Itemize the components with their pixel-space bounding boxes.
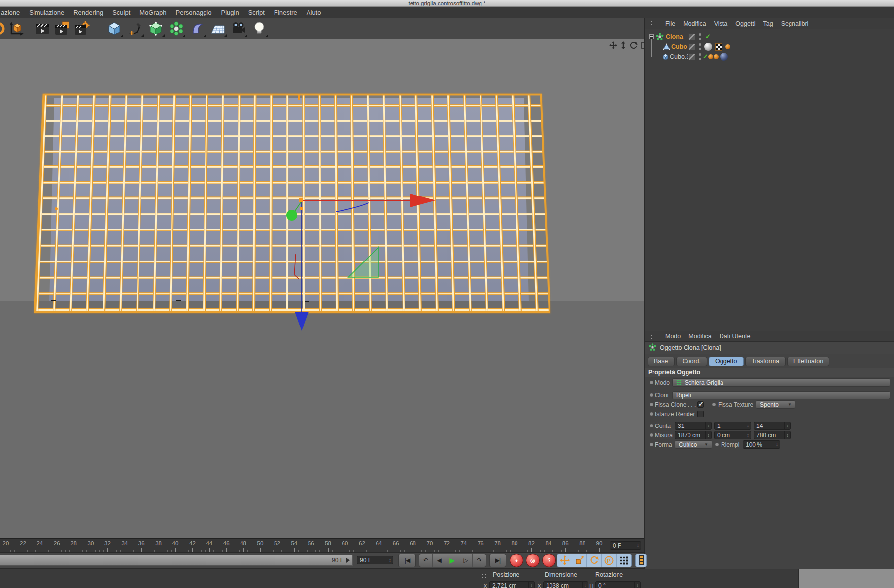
object-name[interactable]: Clona [666,33,683,40]
autokey-button[interactable]: ◎ [526,554,540,567]
om-menu-vista[interactable]: Vista [714,20,728,27]
parametric-points-icon[interactable]: P [602,554,617,567]
fissa-texture-dropdown[interactable]: Spento▼ [756,400,795,409]
anim-dot-icon[interactable] [650,381,653,384]
tab-coord[interactable]: Coord. [676,357,708,366]
undo-partial-icon[interactable] [0,19,5,38]
cube-primitive-icon[interactable] [104,19,124,38]
menu-azione[interactable]: azione [1,9,20,16]
visibility-dots-icon[interactable] [698,33,701,40]
anim-dot-icon[interactable] [650,433,653,437]
forma-dropdown[interactable]: Cubico▼ [675,440,712,449]
om-menu-segnalibri[interactable]: Segnalibri [781,20,809,27]
phong-tag-icon[interactable] [725,44,730,49]
snap-settings-icon[interactable] [617,554,631,567]
panel-grip-icon[interactable] [482,572,488,578]
layer-toggle-icon[interactable] [688,33,695,40]
position-x-field[interactable]: 2.721 cm↕ [489,581,535,588]
tab-trasforma[interactable]: Trasforma [745,357,786,366]
play-button[interactable]: ▶ [446,554,459,567]
editable-cube-icon[interactable] [146,19,166,38]
camera-object-icon[interactable] [229,19,248,38]
om-menu-file[interactable]: File [665,20,675,27]
menu-plugin[interactable]: Plugin [221,9,239,16]
conta-y-field[interactable]: 1↕ [714,422,751,430]
am-menu-modo[interactable]: Modo [665,333,681,340]
misura-y-field[interactable]: 0 cm↕ [714,431,751,439]
anim-dot-icon[interactable] [715,443,719,446]
tab-base[interactable]: Base [648,357,675,366]
texture-tag-icon[interactable] [715,43,722,52]
move-tool-icon[interactable] [557,554,572,567]
anim-dot-icon[interactable] [650,443,653,446]
object-row-clona[interactable]: Clona ✓ [645,32,894,42]
visibility-dots-icon[interactable] [698,53,701,60]
object-row-cubo3[interactable]: Cubo.3 ✓ [645,52,894,62]
menu-finestre[interactable]: Finestre [274,9,297,16]
menu-script[interactable]: Script [248,9,265,16]
render-region-icon[interactable] [52,19,72,38]
am-menu-dati-utente[interactable]: Dati Utente [720,333,751,340]
material-tag-icon[interactable] [704,43,712,51]
menu-simulazione[interactable]: Simulazione [29,9,64,16]
anim-dot-icon[interactable] [712,403,716,406]
viewport-canvas[interactable] [0,39,644,538]
anim-dot-icon[interactable] [650,403,653,406]
visibility-dots-icon[interactable] [698,43,701,50]
deformer-icon[interactable] [187,19,207,38]
object-row-cubo[interactable]: Cubo [645,42,894,52]
keying-help-button[interactable]: ? [542,554,556,567]
dimension-x-field[interactable]: 1038 cm↕ [543,581,588,588]
prev-frame-button[interactable]: ◀ [433,554,446,567]
conta-z-field[interactable]: 14↕ [754,422,791,430]
tab-oggetto[interactable]: Oggetto [709,357,743,366]
next-key-button[interactable]: ↷ [473,554,486,567]
timeline-film-button[interactable] [635,554,647,567]
misura-x-field[interactable]: 1870 cm↕ [675,431,712,439]
am-menu-modifica[interactable]: Modifica [688,333,712,340]
object-name[interactable]: Cubo.3 [670,53,689,60]
modo-dropdown[interactable]: Schiera Griglia [672,378,890,387]
prev-key-button[interactable]: ↶ [419,554,433,567]
layer-toggle-icon[interactable] [688,43,695,50]
om-menu-tag[interactable]: Tag [763,20,773,27]
rotate-view-icon[interactable] [630,41,638,49]
zoom-view-icon[interactable] [620,41,626,49]
menu-sculpt[interactable]: Sculpt [112,9,130,16]
anim-dot-icon[interactable] [650,412,653,416]
mograph-cloner-icon[interactable] [167,19,186,38]
collapse-icon[interactable] [649,34,654,39]
object-name[interactable]: Cubo [671,43,687,50]
clone-grid-object[interactable] [34,94,550,313]
scale-tool-icon[interactable] [572,554,587,567]
layer-toggle-icon[interactable] [688,53,695,60]
goto-start-button[interactable]: |◀ [398,554,416,567]
menu-aiuto[interactable]: Aiuto [307,9,321,16]
rotate-tool-icon[interactable] [587,554,602,567]
enabled-check-icon[interactable]: ✓ [705,33,711,40]
spline-pen-icon[interactable] [125,19,145,38]
cloni-dropdown[interactable]: Ripeti [672,391,890,399]
range-end-field[interactable]: 90 F↕ [357,556,393,564]
istanze-render-checkbox[interactable] [697,411,704,417]
tab-effettuatori[interactable]: Effettuatori [787,357,829,366]
goto-end-button[interactable]: ▶| [489,554,506,567]
riempi-field[interactable]: 100 %↕ [743,440,780,449]
panel-grip-icon[interactable] [649,333,655,339]
om-menu-oggetti[interactable]: Oggetti [735,20,755,27]
menu-personaggio[interactable]: Personaggio [175,9,211,16]
misura-z-field[interactable]: 780 cm↕ [754,431,791,439]
timeline-ruler[interactable]: 0 F↕ 20222426283032343638404244464850525… [0,538,644,553]
menu-mograph[interactable]: MoGraph [139,9,166,16]
om-menu-modifica[interactable]: Modifica [683,20,706,27]
preview-range-slider[interactable]: 90 F [0,555,353,566]
floor-object-icon[interactable] [208,19,228,38]
enabled-check-icon[interactable]: ✓ [703,53,708,60]
phong-tag-icon[interactable] [714,54,719,59]
record-objects-button[interactable]: ● [510,554,523,567]
next-frame-button[interactable]: ▷ [459,554,473,567]
current-frame-field[interactable]: 0 F↕ [610,541,641,550]
slider-handle-icon[interactable] [346,558,350,563]
anim-dot-icon[interactable] [650,393,653,397]
render-view-icon[interactable] [33,19,52,38]
